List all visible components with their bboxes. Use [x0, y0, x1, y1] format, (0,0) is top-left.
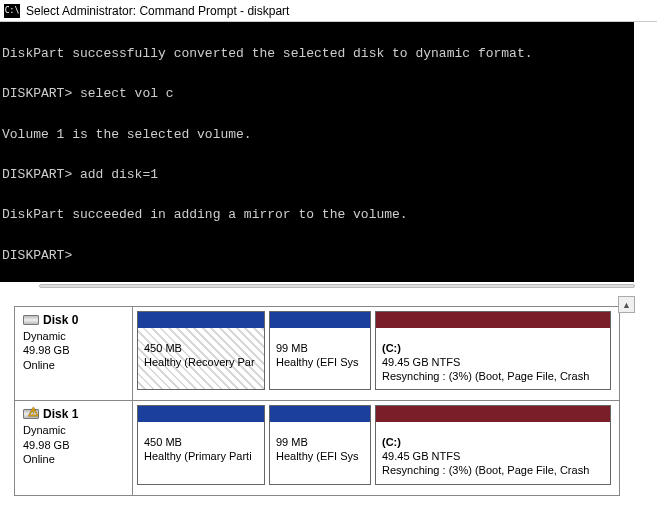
- scroll-thumb-horizontal[interactable]: [39, 284, 635, 288]
- partition-letter: (C:): [382, 342, 604, 356]
- disk-name: Disk 0: [43, 313, 78, 327]
- partition-letter: (C:): [382, 436, 604, 450]
- disk-name: Disk 1: [43, 407, 78, 421]
- disk-icon: [23, 315, 39, 325]
- partition-status: Resynching : (3%) (Boot, Page File, Cras…: [382, 464, 604, 478]
- partition-header-bar: [270, 312, 370, 328]
- scroll-button-up[interactable]: ▲: [618, 296, 635, 313]
- disk-management-panel: ▲ Disk 0Dynamic49.98 GBOnline450 MBHealt…: [0, 282, 657, 496]
- disk-type: Dynamic: [23, 423, 124, 437]
- partition-status: Healthy (Recovery Par: [144, 356, 258, 370]
- disk-size: 49.98 GB: [23, 343, 124, 357]
- disk-status: Online: [23, 452, 124, 466]
- disk-row[interactable]: Disk 1Dynamic49.98 GBOnline450 MBHealthy…: [15, 401, 619, 494]
- partition-body: 99 MBHealthy (EFI Sys: [270, 328, 370, 389]
- partition-header-bar: [270, 406, 370, 422]
- partition-body: (C:)49.45 GB NTFSResynching : (3%) (Boot…: [376, 328, 610, 389]
- partition-header-bar: [138, 406, 264, 422]
- partition[interactable]: 450 MBHealthy (Recovery Par: [137, 311, 265, 390]
- partition-header-bar: [376, 312, 610, 328]
- disk-row[interactable]: Disk 0Dynamic49.98 GBOnline450 MBHealthy…: [15, 307, 619, 401]
- partition-size: 99 MB: [276, 436, 364, 450]
- partition-status: Resynching : (3%) (Boot, Page File, Cras…: [382, 370, 604, 384]
- disk-size: 49.98 GB: [23, 438, 124, 452]
- partition-body: (C:)49.45 GB NTFSResynching : (3%) (Boot…: [376, 422, 610, 483]
- terminal-output[interactable]: DiskPart successfully converted the sele…: [0, 22, 634, 282]
- partition-strip: 450 MBHealthy (Recovery Par99 MBHealthy …: [133, 307, 619, 400]
- partition-size: 49.45 GB NTFS: [382, 450, 604, 464]
- partition-header-bar: [376, 406, 610, 422]
- partition[interactable]: 99 MBHealthy (EFI Sys: [269, 311, 371, 390]
- partition-status: Healthy (Primary Parti: [144, 450, 258, 464]
- window-titlebar[interactable]: C:\ Select Administrator: Command Prompt…: [0, 0, 657, 22]
- partition-size: 450 MB: [144, 342, 258, 356]
- partition[interactable]: 450 MBHealthy (Primary Parti: [137, 405, 265, 484]
- cmd-icon: C:\: [4, 4, 20, 18]
- disk-label: Disk 0Dynamic49.98 GBOnline: [15, 307, 133, 400]
- partition-body: 450 MBHealthy (Recovery Par: [138, 328, 264, 389]
- disk-warning-icon: [23, 409, 39, 419]
- partition[interactable]: (C:)49.45 GB NTFSResynching : (3%) (Boot…: [375, 311, 611, 390]
- partition-size: 99 MB: [276, 342, 364, 356]
- partition[interactable]: 99 MBHealthy (EFI Sys: [269, 405, 371, 484]
- disk-type: Dynamic: [23, 329, 124, 343]
- partition[interactable]: (C:)49.45 GB NTFSResynching : (3%) (Boot…: [375, 405, 611, 484]
- window-title: Select Administrator: Command Prompt - d…: [26, 4, 289, 18]
- partition-strip: 450 MBHealthy (Primary Parti99 MBHealthy…: [133, 401, 619, 494]
- disk-label: Disk 1Dynamic49.98 GBOnline: [15, 401, 133, 494]
- partition-header-bar: [138, 312, 264, 328]
- disk-list: Disk 0Dynamic49.98 GBOnline450 MBHealthy…: [14, 306, 620, 496]
- partition-status: Healthy (EFI Sys: [276, 356, 364, 370]
- partition-body: 450 MBHealthy (Primary Parti: [138, 422, 264, 483]
- partition-size: 49.45 GB NTFS: [382, 356, 604, 370]
- disk-status: Online: [23, 358, 124, 372]
- partition-size: 450 MB: [144, 436, 258, 450]
- partition-body: 99 MBHealthy (EFI Sys: [270, 422, 370, 483]
- partition-status: Healthy (EFI Sys: [276, 450, 364, 464]
